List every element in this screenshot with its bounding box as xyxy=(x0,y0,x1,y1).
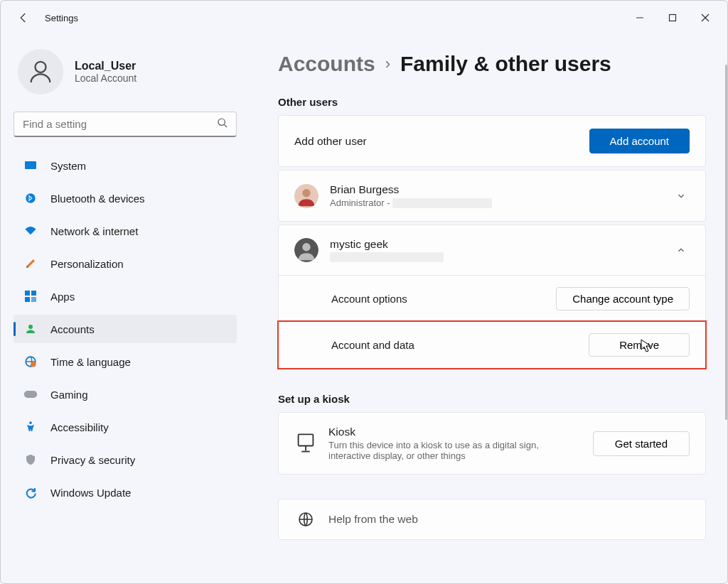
user-email xyxy=(330,252,661,262)
nav-label: Personalization xyxy=(50,258,124,270)
user-role: Administrator - xyxy=(330,198,661,208)
sidebar-item-windows-update[interactable]: Windows Update xyxy=(14,478,237,507)
chevron-up-icon[interactable] xyxy=(673,245,690,255)
nav-label: Bluetooth & devices xyxy=(50,193,145,205)
account-options-row: Account options Change account type xyxy=(279,276,705,322)
add-account-button[interactable]: Add account xyxy=(589,129,690,153)
remove-button[interactable]: Remove xyxy=(589,333,690,357)
sidebar-item-system[interactable]: System xyxy=(14,151,237,180)
change-account-type-button[interactable]: Change account type xyxy=(556,287,690,310)
svg-line-6 xyxy=(224,124,227,127)
nav-label: Accessibility xyxy=(50,421,109,433)
app-title: Settings xyxy=(45,13,78,23)
svg-rect-7 xyxy=(25,161,36,169)
user-avatar-icon xyxy=(294,184,318,208)
user-name: mystic geek xyxy=(330,238,661,251)
back-button[interactable] xyxy=(15,9,32,26)
network-icon xyxy=(23,224,38,238)
gaming-icon xyxy=(23,387,38,401)
sidebar-item-accounts[interactable]: Accounts xyxy=(14,315,237,343)
svg-point-8 xyxy=(26,193,35,202)
svg-rect-1 xyxy=(670,15,676,21)
minimize-button[interactable] xyxy=(623,6,656,30)
help-title: Help from the web xyxy=(328,513,690,526)
nav-label: System xyxy=(50,160,86,172)
section-other-users: Other users xyxy=(278,96,706,108)
svg-point-15 xyxy=(31,362,36,367)
nav-label: Time & language xyxy=(50,356,131,368)
privacy-icon xyxy=(23,453,38,467)
svg-point-19 xyxy=(302,189,310,197)
accounts-icon xyxy=(23,322,38,336)
time-language-icon xyxy=(23,355,38,369)
sidebar-item-network[interactable]: Network & internet xyxy=(14,217,237,245)
personalization-icon xyxy=(23,256,38,271)
help-card[interactable]: Help from the web xyxy=(278,499,706,540)
svg-rect-11 xyxy=(25,297,30,302)
kiosk-icon xyxy=(294,432,317,455)
close-button[interactable] xyxy=(689,6,722,30)
titlebar: Settings xyxy=(1,1,727,35)
breadcrumb-current: Family & other users xyxy=(400,52,611,76)
sidebar: Local_User Local Account System Bluetoot… xyxy=(1,35,250,583)
user-block[interactable]: Local_User Local Account xyxy=(18,49,237,94)
nav-label: Windows Update xyxy=(50,487,131,499)
user-avatar-icon xyxy=(294,238,318,262)
nav-label: Apps xyxy=(50,291,75,303)
svg-point-21 xyxy=(302,243,310,251)
kiosk-title: Kiosk xyxy=(328,426,582,438)
apps-icon xyxy=(23,289,38,303)
breadcrumb: Accounts › Family & other users xyxy=(278,52,706,76)
nav-list: System Bluetooth & devices Network & int… xyxy=(14,151,237,511)
nav-label: Accounts xyxy=(50,323,95,335)
section-kiosk: Set up a kiosk xyxy=(278,393,706,405)
get-started-button[interactable]: Get started xyxy=(593,431,690,456)
user-avatar-icon xyxy=(18,49,63,94)
svg-rect-9 xyxy=(25,291,30,296)
account-options-label: Account options xyxy=(331,293,545,305)
accessibility-icon xyxy=(23,420,38,434)
user-subtitle: Local Account xyxy=(75,72,136,84)
account-and-data-label: Account and data xyxy=(331,339,577,351)
sidebar-item-privacy[interactable]: Privacy & security xyxy=(14,445,237,474)
search-input[interactable] xyxy=(14,112,237,137)
add-other-user-card: Add other user Add account xyxy=(278,115,706,167)
main-content: Accounts › Family & other users Other us… xyxy=(250,35,727,583)
svg-point-17 xyxy=(29,421,32,424)
svg-rect-10 xyxy=(31,291,36,296)
nav-label: Gaming xyxy=(50,389,88,401)
chevron-down-icon[interactable] xyxy=(673,191,690,201)
sidebar-item-apps[interactable]: Apps xyxy=(14,282,237,310)
svg-point-13 xyxy=(28,325,33,329)
sidebar-item-time-language[interactable]: Time & language xyxy=(14,347,237,376)
user-card-brian[interactable]: Brian Burgess Administrator - xyxy=(278,170,706,222)
user-card-header[interactable]: mystic geek xyxy=(279,225,705,276)
add-other-user-label: Add other user xyxy=(294,135,578,148)
user-name: Brian Burgess xyxy=(330,183,661,196)
account-and-data-row: Account and data Remove xyxy=(277,320,707,369)
kiosk-subtitle: Turn this device into a kiosk to use as … xyxy=(328,440,582,461)
sidebar-item-personalization[interactable]: Personalization xyxy=(14,249,237,278)
sidebar-item-accessibility[interactable]: Accessibility xyxy=(14,413,237,441)
user-name: Local_User xyxy=(75,60,136,72)
svg-rect-12 xyxy=(31,297,36,302)
user-card-mystic: mystic geek Account options Change accou… xyxy=(278,225,706,369)
svg-rect-22 xyxy=(299,434,314,445)
breadcrumb-parent[interactable]: Accounts xyxy=(278,52,375,76)
svg-point-4 xyxy=(36,62,46,72)
svg-point-5 xyxy=(218,119,225,125)
maximize-button[interactable] xyxy=(656,6,689,30)
scrollbar[interactable] xyxy=(725,65,727,420)
svg-rect-16 xyxy=(24,391,37,398)
sidebar-item-bluetooth[interactable]: Bluetooth & devices xyxy=(14,184,237,212)
globe-icon xyxy=(294,508,317,531)
windows-update-icon xyxy=(23,485,38,499)
system-icon xyxy=(23,158,38,173)
search-icon xyxy=(217,117,228,131)
nav-label: Privacy & security xyxy=(50,454,135,466)
kiosk-card: Kiosk Turn this device into a kiosk to u… xyxy=(278,412,706,475)
chevron-right-icon: › xyxy=(385,55,390,73)
nav-label: Network & internet xyxy=(50,225,138,237)
bluetooth-icon xyxy=(23,191,38,205)
sidebar-item-gaming[interactable]: Gaming xyxy=(14,380,237,409)
